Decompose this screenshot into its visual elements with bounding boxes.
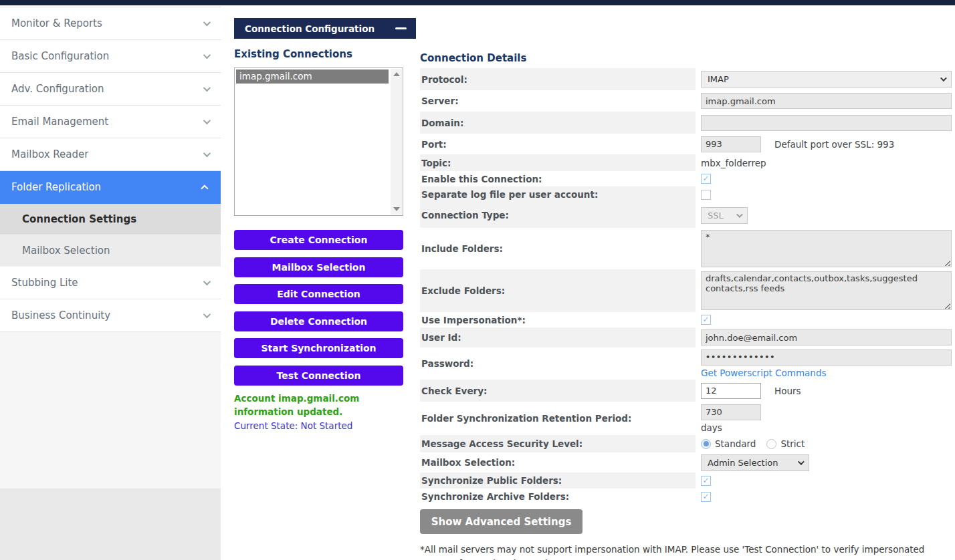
sidebar-item-stubbing-lite[interactable]: Stubbing Lite — [0, 267, 221, 299]
separate-log-checkbox[interactable] — [701, 190, 711, 200]
action-buttons: Create Connection Mailbox Selection Edit… — [234, 230, 403, 386]
sidebar-item-label: Stubbing Lite — [11, 277, 78, 289]
row-user-id: User Id: — [420, 327, 953, 347]
security-strict-radio[interactable] — [766, 439, 776, 449]
row-domain: Domain: — [420, 112, 953, 134]
row-separate-log: Separate log file per user account: — [420, 186, 953, 202]
server-input[interactable] — [701, 93, 952, 109]
delete-connection-button[interactable]: Delete Connection — [234, 311, 403, 331]
exclude-folders-textarea[interactable]: drafts,calendar,contacts,outbox,tasks,su… — [701, 271, 952, 310]
sidebar-item-label: Basic Configuration — [11, 50, 109, 62]
sidebar-item-label: Monitor & Reports — [11, 17, 102, 29]
topic-label: Topic: — [420, 154, 696, 171]
user-id-input[interactable] — [701, 329, 952, 345]
chevron-down-icon — [203, 150, 211, 157]
sidebar-item-adv-configuration[interactable]: Adv. Configuration — [0, 73, 221, 106]
row-sync-archive: Synchronize Archive Folders: — [420, 488, 953, 505]
status-current-state: Current State: Not Started — [234, 419, 403, 434]
connection-details-heading: Connection Details — [420, 52, 953, 64]
password-input[interactable] — [701, 349, 952, 366]
sync-archive-checkbox[interactable] — [701, 492, 711, 502]
protocol-label: Protocol: — [420, 68, 696, 90]
row-include-folders: Include Folders: * — [420, 228, 953, 269]
sidebar-item-business-continuity[interactable]: Business Continuity — [0, 299, 221, 332]
exclude-folders-label: Exclude Folders: — [420, 269, 696, 312]
sidebar-subitem-mailbox-selection[interactable]: Mailbox Selection — [0, 235, 221, 267]
sync-public-label: Synchronize Public Folders: — [420, 472, 696, 488]
protocol-select[interactable]: IMAP — [701, 71, 952, 88]
chevron-down-icon — [798, 458, 805, 465]
chevron-down-icon — [203, 19, 211, 26]
sidebar-subitem-label: Connection Settings — [22, 213, 136, 225]
scroll-up-icon[interactable] — [393, 72, 400, 76]
port-label: Port: — [420, 134, 696, 154]
existing-connections-heading: Existing Connections — [234, 48, 403, 60]
security-level-radio-group: Standard Strict — [701, 438, 815, 449]
chevron-down-icon — [203, 311, 211, 318]
sidebar-item-basic-configuration[interactable]: Basic Configuration — [0, 40, 221, 73]
sync-public-checkbox[interactable] — [701, 476, 711, 486]
row-enable-connection: Enable this Connection: — [420, 171, 953, 186]
show-advanced-settings-button[interactable]: Show Advanced Settings — [420, 509, 582, 534]
port-hint: Default port over SSL: 993 — [774, 139, 894, 150]
sidebar-item-mailbox-reader[interactable]: Mailbox Reader — [0, 138, 221, 171]
connections-listbox[interactable]: imap.gmail.com — [234, 67, 403, 216]
check-every-input[interactable] — [701, 383, 761, 399]
password-label: Password: — [420, 347, 696, 380]
security-level-label: Message Access Security Level: — [420, 435, 696, 452]
enable-connection-label: Enable this Connection: — [420, 171, 696, 186]
create-connection-button[interactable]: Create Connection — [234, 230, 403, 250]
chevron-down-icon — [736, 211, 743, 218]
row-password: Password: Get Powerscript Commands — [420, 347, 953, 380]
sidebar-item-monitor-reports[interactable]: Monitor & Reports — [0, 7, 221, 40]
retention-period-label: Folder Synchronization Retention Period: — [420, 402, 696, 435]
test-connection-button[interactable]: Test Connection — [234, 366, 403, 386]
chevron-down-icon — [940, 75, 947, 82]
chevron-up-icon — [201, 184, 208, 192]
retention-period-unit: days — [701, 422, 722, 433]
panel-title: Connection Configuration — [245, 23, 375, 34]
chevron-down-icon — [203, 84, 211, 92]
scroll-down-icon[interactable] — [393, 207, 400, 211]
security-standard-radio[interactable] — [701, 439, 711, 449]
chevron-down-icon — [203, 117, 211, 124]
row-security-level: Message Access Security Level: Standard … — [420, 435, 953, 452]
start-synchronization-button[interactable]: Start Synchronization — [234, 338, 403, 358]
connections-column: Existing Connections imap.gmail.com Crea… — [234, 48, 403, 434]
domain-input[interactable] — [701, 115, 952, 131]
mailbox-selection-button[interactable]: Mailbox Selection — [234, 257, 403, 277]
sidebar-item-label: Email Management — [11, 116, 108, 128]
listbox-scrollbar[interactable] — [391, 69, 402, 215]
security-standard-label: Standard — [715, 438, 756, 449]
row-exclude-folders: Exclude Folders: drafts,calendar,contact… — [420, 269, 953, 312]
use-impersonation-label: Use Impersonation*: — [420, 312, 696, 327]
edit-connection-button[interactable]: Edit Connection — [234, 284, 403, 304]
sidebar-item-folder-replication[interactable]: Folder Replication — [0, 171, 221, 204]
protocol-selected-value: IMAP — [708, 74, 729, 84]
get-powerscript-commands-link[interactable]: Get Powerscript Commands — [701, 368, 827, 378]
connection-type-select[interactable]: SSL — [701, 207, 748, 224]
sidebar-item-label: Adv. Configuration — [11, 83, 104, 95]
enable-connection-checkbox[interactable] — [701, 174, 711, 184]
connection-type-label: Connection Type: — [420, 202, 696, 228]
port-input[interactable] — [701, 136, 761, 152]
domain-label: Domain: — [420, 112, 696, 134]
server-label: Server: — [420, 90, 696, 112]
sidebar-accordion: Monitor & Reports Basic Configuration Ad… — [0, 7, 221, 332]
minimize-icon[interactable] — [395, 27, 407, 29]
check-every-label: Check Every: — [420, 380, 696, 402]
list-item[interactable]: imap.gmail.com — [236, 69, 389, 84]
use-impersonation-checkbox[interactable] — [701, 315, 711, 325]
sidebar: Monitor & Reports Basic Configuration Ad… — [0, 5, 221, 560]
retention-period-input[interactable] — [701, 404, 761, 420]
sync-archive-label: Synchronize Archive Folders: — [420, 488, 696, 505]
sidebar-subitem-connection-settings[interactable]: Connection Settings — [0, 204, 221, 235]
panel-header: Connection Configuration — [234, 18, 416, 39]
connection-details: Connection Details Protocol: IMAP Server… — [420, 52, 953, 560]
impersonation-footnote: *All mail servers may not support impers… — [420, 543, 955, 560]
row-mailbox-selection: Mailbox Selection: Admin Selection — [420, 452, 953, 472]
include-folders-textarea[interactable]: * — [701, 230, 952, 267]
mailbox-selection-select[interactable]: Admin Selection — [701, 454, 809, 471]
sidebar-item-email-management[interactable]: Email Management — [0, 106, 221, 138]
mailbox-selection-selected-value: Admin Selection — [708, 458, 778, 468]
